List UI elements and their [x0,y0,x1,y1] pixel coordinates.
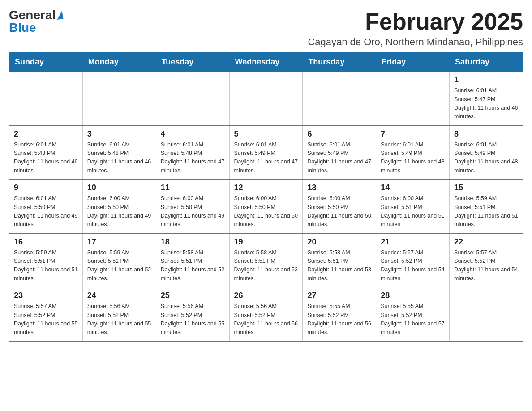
sun-info: Sunrise: 5:56 AMSunset: 5:52 PMDaylight:… [234,302,298,337]
calendar-cell [229,72,303,125]
day-number: 19 [234,237,298,247]
sun-info: Sunrise: 5:57 AMSunset: 5:52 PMDaylight:… [454,248,518,283]
calendar-cell [376,72,450,125]
day-number: 18 [161,237,225,247]
sun-info: Sunrise: 5:58 AMSunset: 5:51 PMDaylight:… [307,248,371,283]
sun-info: Sunrise: 6:00 AMSunset: 5:50 PMDaylight:… [234,194,298,229]
sun-info: Sunrise: 6:00 AMSunset: 5:50 PMDaylight:… [161,194,225,229]
day-number: 24 [87,291,151,300]
day-number: 9 [14,183,78,193]
sun-info: Sunrise: 6:01 AMSunset: 5:48 PMDaylight:… [14,141,78,176]
title-area: February 2025 Cagayan de Oro, Northern M… [308,9,523,48]
day-of-week-header: Thursday [303,53,376,72]
calendar-cell: 3Sunrise: 6:01 AMSunset: 5:48 PMDaylight… [82,125,156,180]
calendar-cell: 24Sunrise: 5:56 AMSunset: 5:52 PMDayligh… [82,287,156,341]
calendar-cell: 17Sunrise: 5:59 AMSunset: 5:51 PMDayligh… [82,233,156,287]
day-number: 7 [381,129,445,139]
day-number: 1 [454,75,518,85]
calendar-cell: 20Sunrise: 5:58 AMSunset: 5:51 PMDayligh… [303,233,376,287]
day-number: 8 [454,129,518,139]
day-number: 23 [14,291,78,300]
logo: General Blue [9,9,63,34]
day-number: 21 [381,237,445,247]
calendar-cell: 10Sunrise: 6:00 AMSunset: 5:50 PMDayligh… [82,179,156,233]
logo-general-text: General [9,9,56,21]
day-number: 10 [87,183,151,193]
calendar-cell: 12Sunrise: 6:00 AMSunset: 5:50 PMDayligh… [229,179,303,233]
calendar-cell [156,72,229,125]
day-number: 2 [14,129,78,139]
calendar-cell [82,72,156,125]
day-number: 14 [381,183,445,193]
calendar-cell: 1Sunrise: 6:01 AMSunset: 5:47 PMDaylight… [450,72,523,125]
calendar-cell: 6Sunrise: 6:01 AMSunset: 5:49 PMDaylight… [303,125,376,180]
calendar-cell: 14Sunrise: 6:00 AMSunset: 5:51 PMDayligh… [376,179,450,233]
day-number: 5 [234,129,298,139]
day-number: 28 [381,291,445,300]
calendar-cell: 13Sunrise: 6:00 AMSunset: 5:50 PMDayligh… [303,179,376,233]
calendar-cell: 28Sunrise: 5:55 AMSunset: 5:52 PMDayligh… [376,287,450,341]
day-number: 25 [161,291,225,300]
day-number: 6 [307,129,371,139]
sun-info: Sunrise: 5:56 AMSunset: 5:52 PMDaylight:… [87,302,151,337]
page-header: General Blue February 2025 Cagayan de Or… [9,9,523,48]
day-number: 3 [87,129,151,139]
logo-arrow-icon [56,11,64,20]
calendar-cell: 11Sunrise: 6:00 AMSunset: 5:50 PMDayligh… [156,179,229,233]
sun-info: Sunrise: 6:01 AMSunset: 5:49 PMDaylight:… [234,141,298,176]
day-of-week-header: Sunday [9,53,83,72]
day-of-week-header: Tuesday [156,53,229,72]
calendar-cell [450,287,523,341]
location-title: Cagayan de Oro, Northern Mindanao, Phili… [308,36,523,48]
sun-info: Sunrise: 5:56 AMSunset: 5:52 PMDaylight:… [161,302,225,337]
calendar-week-row: 23Sunrise: 5:57 AMSunset: 5:52 PMDayligh… [9,287,523,341]
sun-info: Sunrise: 6:01 AMSunset: 5:49 PMDaylight:… [307,141,371,176]
calendar-cell: 4Sunrise: 6:01 AMSunset: 5:48 PMDaylight… [156,125,229,180]
day-number: 27 [307,291,371,300]
calendar-cell: 22Sunrise: 5:57 AMSunset: 5:52 PMDayligh… [450,233,523,287]
sun-info: Sunrise: 5:59 AMSunset: 5:51 PMDaylight:… [87,248,151,283]
logo-blue-text: Blue [9,21,36,34]
calendar-cell: 23Sunrise: 5:57 AMSunset: 5:52 PMDayligh… [9,287,83,341]
sun-info: Sunrise: 6:01 AMSunset: 5:49 PMDaylight:… [454,141,518,176]
day-number: 17 [87,237,151,247]
calendar-cell: 8Sunrise: 6:01 AMSunset: 5:49 PMDaylight… [450,125,523,180]
sun-info: Sunrise: 5:55 AMSunset: 5:52 PMDaylight:… [307,302,371,337]
day-of-week-header: Saturday [450,53,523,72]
sun-info: Sunrise: 6:01 AMSunset: 5:47 PMDaylight:… [454,86,518,121]
day-number: 16 [14,237,78,247]
day-number: 4 [161,129,225,139]
calendar-header-row: SundayMondayTuesdayWednesdayThursdayFrid… [9,53,523,72]
calendar-cell: 5Sunrise: 6:01 AMSunset: 5:49 PMDaylight… [229,125,303,180]
calendar-week-row: 9Sunrise: 6:01 AMSunset: 5:50 PMDaylight… [9,179,523,233]
day-of-week-header: Friday [376,53,450,72]
sun-info: Sunrise: 5:57 AMSunset: 5:52 PMDaylight:… [381,248,445,283]
day-number: 12 [234,183,298,193]
calendar-cell: 25Sunrise: 5:56 AMSunset: 5:52 PMDayligh… [156,287,229,341]
day-number: 11 [161,183,225,193]
calendar-cell [9,72,83,125]
day-number: 26 [234,291,298,300]
day-number: 22 [454,237,518,247]
calendar-cell [303,72,376,125]
sun-info: Sunrise: 6:00 AMSunset: 5:50 PMDaylight:… [87,194,151,229]
sun-info: Sunrise: 5:55 AMSunset: 5:52 PMDaylight:… [381,302,445,337]
day-of-week-header: Monday [82,53,156,72]
sun-info: Sunrise: 6:01 AMSunset: 5:50 PMDaylight:… [14,194,78,229]
calendar-cell: 19Sunrise: 5:58 AMSunset: 5:51 PMDayligh… [229,233,303,287]
calendar-week-row: 16Sunrise: 5:59 AMSunset: 5:51 PMDayligh… [9,233,523,287]
calendar-cell: 16Sunrise: 5:59 AMSunset: 5:51 PMDayligh… [9,233,83,287]
sun-info: Sunrise: 5:59 AMSunset: 5:51 PMDaylight:… [454,194,518,229]
calendar-week-row: 2Sunrise: 6:01 AMSunset: 5:48 PMDaylight… [9,125,523,180]
calendar-cell: 2Sunrise: 6:01 AMSunset: 5:48 PMDaylight… [9,125,83,180]
sun-info: Sunrise: 5:58 AMSunset: 5:51 PMDaylight:… [161,248,225,283]
sun-info: Sunrise: 5:57 AMSunset: 5:52 PMDaylight:… [14,302,78,337]
sun-info: Sunrise: 6:00 AMSunset: 5:50 PMDaylight:… [307,194,371,229]
day-number: 15 [454,183,518,193]
calendar-cell: 26Sunrise: 5:56 AMSunset: 5:52 PMDayligh… [229,287,303,341]
day-of-week-header: Wednesday [229,53,303,72]
day-number: 13 [307,183,371,193]
sun-info: Sunrise: 5:58 AMSunset: 5:51 PMDaylight:… [234,248,298,283]
calendar-cell: 21Sunrise: 5:57 AMSunset: 5:52 PMDayligh… [376,233,450,287]
month-title: February 2025 [308,9,523,34]
